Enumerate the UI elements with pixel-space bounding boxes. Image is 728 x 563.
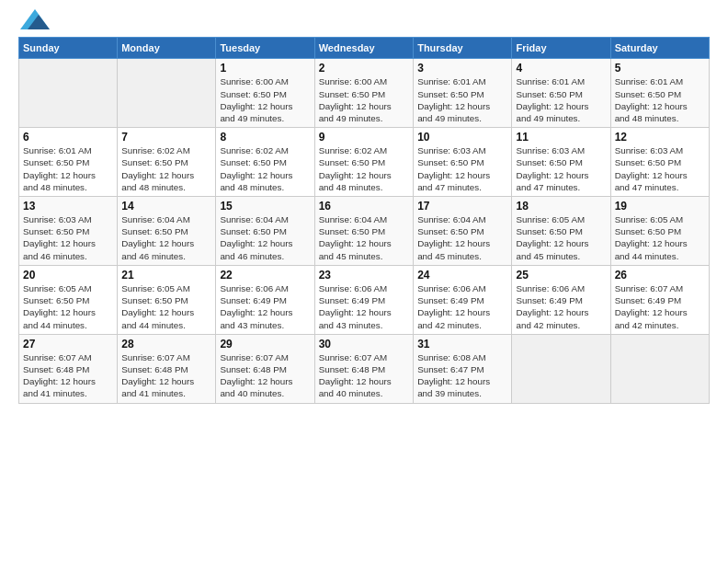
day-number: 13	[23, 200, 113, 213]
day-detail: Sunrise: 6:04 AMSunset: 6:50 PMDaylight:…	[220, 213, 310, 262]
calendar-cell: 6Sunrise: 6:01 AMSunset: 6:50 PMDaylight…	[19, 128, 118, 197]
calendar-week: 6Sunrise: 6:01 AMSunset: 6:50 PMDaylight…	[19, 128, 710, 197]
weekday-header: Tuesday	[216, 38, 314, 59]
header	[18, 17, 710, 29]
day-number: 15	[220, 200, 310, 213]
day-detail: Sunrise: 6:04 AMSunset: 6:50 PMDaylight:…	[417, 213, 507, 262]
calendar-cell: 21Sunrise: 6:05 AMSunset: 6:50 PMDayligh…	[118, 265, 216, 334]
day-detail: Sunrise: 6:07 AMSunset: 6:49 PMDaylight:…	[615, 282, 705, 331]
day-detail: Sunrise: 6:04 AMSunset: 6:50 PMDaylight:…	[319, 213, 409, 262]
day-detail: Sunrise: 6:05 AMSunset: 6:50 PMDaylight:…	[615, 213, 705, 262]
calendar-cell: 9Sunrise: 6:02 AMSunset: 6:50 PMDaylight…	[314, 128, 413, 197]
calendar-week: 13Sunrise: 6:03 AMSunset: 6:50 PMDayligh…	[19, 197, 710, 266]
calendar-cell: 4Sunrise: 6:01 AMSunset: 6:50 PMDaylight…	[512, 59, 610, 128]
weekday-header: Thursday	[414, 38, 512, 59]
calendar-cell: 15Sunrise: 6:04 AMSunset: 6:50 PMDayligh…	[216, 197, 314, 266]
day-detail: Sunrise: 6:04 AMSunset: 6:50 PMDaylight:…	[121, 213, 211, 262]
day-number: 30	[319, 338, 409, 350]
calendar-cell: 19Sunrise: 6:05 AMSunset: 6:50 PMDayligh…	[610, 197, 709, 266]
weekday-header: Wednesday	[314, 38, 413, 59]
day-detail: Sunrise: 6:05 AMSunset: 6:50 PMDaylight:…	[23, 282, 113, 331]
calendar-cell: 24Sunrise: 6:06 AMSunset: 6:49 PMDayligh…	[414, 265, 512, 334]
day-number: 14	[121, 200, 211, 213]
logo-icon	[20, 9, 50, 29]
weekday-header: Sunday	[19, 38, 118, 59]
calendar-cell: 31Sunrise: 6:08 AMSunset: 6:47 PMDayligh…	[414, 334, 512, 403]
calendar-cell: 13Sunrise: 6:03 AMSunset: 6:50 PMDayligh…	[19, 197, 118, 266]
calendar-cell	[610, 334, 709, 403]
calendar-week: 20Sunrise: 6:05 AMSunset: 6:50 PMDayligh…	[19, 265, 710, 334]
day-number: 31	[417, 338, 507, 350]
day-number: 1	[220, 62, 310, 75]
day-number: 25	[516, 269, 606, 282]
header-row: SundayMondayTuesdayWednesdayThursdayFrid…	[19, 38, 710, 59]
calendar-cell	[19, 59, 118, 128]
day-number: 19	[615, 200, 705, 213]
weekday-header: Monday	[118, 38, 216, 59]
calendar-cell: 28Sunrise: 6:07 AMSunset: 6:48 PMDayligh…	[118, 334, 216, 403]
calendar-cell: 27Sunrise: 6:07 AMSunset: 6:48 PMDayligh…	[19, 334, 118, 403]
weekday-header: Friday	[512, 38, 610, 59]
day-detail: Sunrise: 6:03 AMSunset: 6:50 PMDaylight:…	[23, 213, 113, 262]
calendar-table: SundayMondayTuesdayWednesdayThursdayFrid…	[18, 37, 710, 403]
calendar-cell: 20Sunrise: 6:05 AMSunset: 6:50 PMDayligh…	[19, 265, 118, 334]
calendar-cell	[118, 59, 216, 128]
day-detail: Sunrise: 6:01 AMSunset: 6:50 PMDaylight:…	[615, 75, 705, 124]
calendar-cell: 16Sunrise: 6:04 AMSunset: 6:50 PMDayligh…	[314, 197, 413, 266]
day-detail: Sunrise: 6:07 AMSunset: 6:48 PMDaylight:…	[319, 351, 409, 400]
day-number: 24	[417, 269, 507, 282]
day-detail: Sunrise: 6:05 AMSunset: 6:50 PMDaylight:…	[516, 213, 606, 262]
day-detail: Sunrise: 6:06 AMSunset: 6:49 PMDaylight:…	[220, 282, 310, 331]
calendar-cell: 2Sunrise: 6:00 AMSunset: 6:50 PMDaylight…	[314, 59, 413, 128]
calendar-cell: 22Sunrise: 6:06 AMSunset: 6:49 PMDayligh…	[216, 265, 314, 334]
calendar-cell: 8Sunrise: 6:02 AMSunset: 6:50 PMDaylight…	[216, 128, 314, 197]
day-number: 17	[417, 200, 507, 213]
day-number: 4	[516, 62, 606, 75]
day-number: 2	[319, 62, 409, 75]
day-detail: Sunrise: 6:05 AMSunset: 6:50 PMDaylight:…	[121, 282, 211, 331]
day-number: 22	[220, 269, 310, 282]
calendar-cell: 23Sunrise: 6:06 AMSunset: 6:49 PMDayligh…	[314, 265, 413, 334]
calendar-cell: 14Sunrise: 6:04 AMSunset: 6:50 PMDayligh…	[118, 197, 216, 266]
day-detail: Sunrise: 6:07 AMSunset: 6:48 PMDaylight:…	[220, 351, 310, 400]
day-detail: Sunrise: 6:03 AMSunset: 6:50 PMDaylight:…	[615, 144, 705, 193]
day-detail: Sunrise: 6:02 AMSunset: 6:50 PMDaylight:…	[319, 144, 409, 193]
day-number: 6	[23, 131, 113, 144]
calendar-cell: 26Sunrise: 6:07 AMSunset: 6:49 PMDayligh…	[610, 265, 709, 334]
calendar-header: SundayMondayTuesdayWednesdayThursdayFrid…	[19, 38, 710, 59]
calendar-cell: 3Sunrise: 6:01 AMSunset: 6:50 PMDaylight…	[414, 59, 512, 128]
day-detail: Sunrise: 6:07 AMSunset: 6:48 PMDaylight:…	[121, 351, 211, 400]
calendar-cell: 5Sunrise: 6:01 AMSunset: 6:50 PMDaylight…	[610, 59, 709, 128]
calendar-week: 27Sunrise: 6:07 AMSunset: 6:48 PMDayligh…	[19, 334, 710, 403]
day-number: 16	[319, 200, 409, 213]
day-number: 10	[417, 131, 507, 144]
day-number: 27	[23, 338, 113, 350]
day-detail: Sunrise: 6:07 AMSunset: 6:48 PMDaylight:…	[23, 351, 113, 400]
day-detail: Sunrise: 6:01 AMSunset: 6:50 PMDaylight:…	[417, 75, 507, 124]
day-detail: Sunrise: 6:06 AMSunset: 6:49 PMDaylight:…	[516, 282, 606, 331]
day-number: 29	[220, 338, 310, 350]
calendar-cell	[512, 334, 610, 403]
calendar-cell: 1Sunrise: 6:00 AMSunset: 6:50 PMDaylight…	[216, 59, 314, 128]
day-detail: Sunrise: 6:01 AMSunset: 6:50 PMDaylight:…	[516, 75, 606, 124]
day-detail: Sunrise: 6:02 AMSunset: 6:50 PMDaylight:…	[121, 144, 211, 193]
calendar-cell: 11Sunrise: 6:03 AMSunset: 6:50 PMDayligh…	[512, 128, 610, 197]
day-number: 23	[319, 269, 409, 282]
calendar-week: 1Sunrise: 6:00 AMSunset: 6:50 PMDaylight…	[19, 59, 710, 128]
day-number: 18	[516, 200, 606, 213]
calendar-cell: 10Sunrise: 6:03 AMSunset: 6:50 PMDayligh…	[414, 128, 512, 197]
calendar-cell: 12Sunrise: 6:03 AMSunset: 6:50 PMDayligh…	[610, 128, 709, 197]
calendar-body: 1Sunrise: 6:00 AMSunset: 6:50 PMDaylight…	[19, 59, 710, 403]
day-number: 12	[615, 131, 705, 144]
day-detail: Sunrise: 6:00 AMSunset: 6:50 PMDaylight:…	[220, 75, 310, 124]
day-number: 8	[220, 131, 310, 144]
day-number: 21	[121, 269, 211, 282]
day-detail: Sunrise: 6:06 AMSunset: 6:49 PMDaylight:…	[319, 282, 409, 331]
day-number: 7	[121, 131, 211, 144]
calendar-cell: 17Sunrise: 6:04 AMSunset: 6:50 PMDayligh…	[414, 197, 512, 266]
calendar-cell: 7Sunrise: 6:02 AMSunset: 6:50 PMDaylight…	[118, 128, 216, 197]
calendar-cell: 29Sunrise: 6:07 AMSunset: 6:48 PMDayligh…	[216, 334, 314, 403]
day-number: 9	[319, 131, 409, 144]
day-detail: Sunrise: 6:02 AMSunset: 6:50 PMDaylight:…	[220, 144, 310, 193]
day-detail: Sunrise: 6:01 AMSunset: 6:50 PMDaylight:…	[23, 144, 113, 193]
